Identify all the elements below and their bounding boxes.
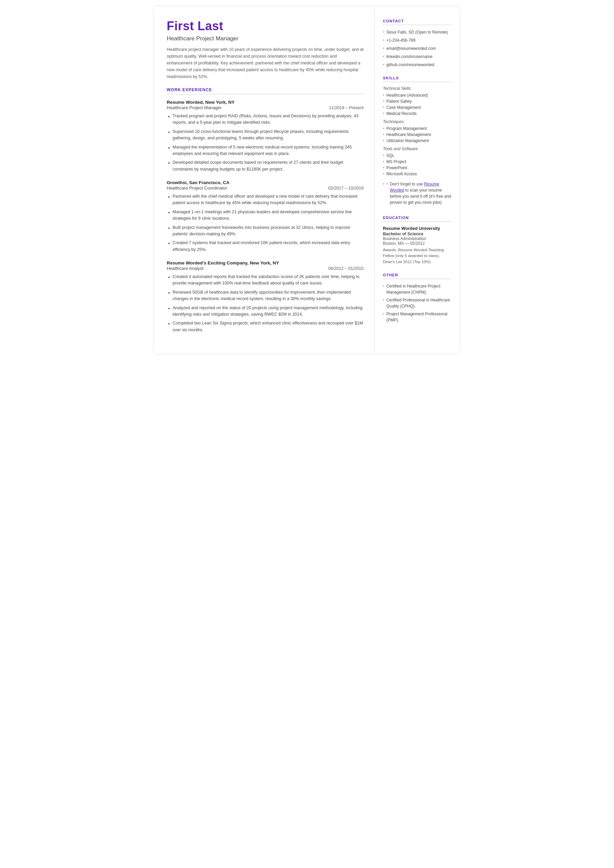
contact-linkedin: linkedin.com/in/username [383, 54, 451, 60]
edu-degree: Bachelor of Science [383, 231, 451, 236]
skill-technical-2: Patient Safety [383, 99, 451, 104]
bullet-3-3: Analyzed and reported on the status of 2… [168, 305, 364, 318]
work-experience-header: WORK EXPERIENCE [167, 87, 364, 94]
job-dates-3: 06/2012 – 01/2015 [328, 266, 364, 271]
skill-tool-3: PowerPoint [383, 165, 451, 170]
skill-technical-1: Healthcare (Advanced) [383, 93, 451, 98]
bullet-3-1: Created 4 automated reports that tracked… [168, 273, 364, 287]
bullet-2-2: Managed 1-on-1 meetings with 21 physicia… [168, 209, 364, 222]
job-block-1: Resume Worded, New York, NY Healthcare P… [167, 100, 364, 172]
job-title-row-1: Healthcare Project Manager 11/2019 – Pre… [167, 105, 364, 110]
job-company-2: Growthsi, San Francisco, CA [167, 180, 364, 185]
candidate-title: Healthcare Project Manager [167, 35, 364, 42]
tools-label: Tools and Software: [383, 146, 451, 151]
skills-header: SKILLS [383, 76, 451, 82]
bullet-2-1: Partnered with the chief medical officer… [168, 193, 364, 207]
skill-technique-1: Program Management [383, 126, 451, 131]
job-title-1: Healthcare Project Manager [167, 105, 222, 110]
job-company-1: Resume Worded, New York, NY [167, 100, 364, 105]
skill-technique-3: Utilization Management [383, 138, 451, 143]
skills-tip: • Don't forget to use Resume Worded to s… [383, 179, 451, 208]
bullet-1-2: Supervised 10 cross-functional teams thr… [168, 129, 364, 142]
contact-section: CONTACT Sioux Falls, SD (Open to Remote)… [383, 19, 451, 68]
other-cert-3: Project Management Professional (PMP). [383, 311, 451, 323]
techniques-label: Techniques: [383, 120, 451, 124]
skill-technical-4: Medical Records [383, 111, 451, 116]
edu-school: Resume Worded University [383, 226, 451, 231]
education-section: EDUCATION Resume Worded University Bache… [383, 216, 451, 265]
bullet-3-4: Completed two Lean Six Sigma projects, w… [168, 320, 364, 333]
other-cert-1: Certified in Healthcare Project Manageme… [383, 283, 451, 295]
resume-page: First Last Healthcare Project Manager He… [155, 7, 459, 353]
job-title-row-3: Healthcare Analyst 06/2012 – 01/2015 [167, 266, 364, 271]
skills-section: SKILLS Technical Skills: Healthcare (Adv… [383, 76, 451, 208]
skill-technique-2: Healthcare Management [383, 132, 451, 137]
job-dates-2: 02/2017 – 10/2019 [328, 186, 364, 191]
bullet-2-3: Built project management frameworks into… [168, 224, 364, 238]
edu-awards: Awards: Resume Worded Teaching Fellow (o… [383, 247, 451, 265]
contact-github: github.com/resumeworded [383, 62, 451, 68]
candidate-name: First Last [167, 19, 364, 33]
edu-date: Boston, MA — 05/2012 [383, 241, 451, 246]
job-bullets-1: Tracked program and project RAID (Risks,… [167, 113, 364, 172]
right-column: CONTACT Sioux Falls, SD (Open to Remote)… [375, 7, 459, 353]
skill-tool-4: Microsoft Access [383, 172, 451, 176]
resume-worded-link[interactable]: Resume Worded [390, 182, 439, 193]
job-title-2: Healthcare Project Coordinator [167, 185, 227, 191]
left-column: First Last Healthcare Project Manager He… [155, 7, 375, 353]
contact-header: CONTACT [383, 19, 451, 25]
job-block-2: Growthsi, San Francisco, CA Healthcare P… [167, 180, 364, 253]
skill-tool-1: SQL [383, 153, 451, 158]
summary-text: Healthcare project manager with 10 years… [167, 46, 364, 80]
job-dates-1: 11/2019 – Present [329, 106, 364, 110]
job-company-3: Resume Worded's Exciting Company, New Yo… [167, 260, 364, 266]
bullet-1-1: Tracked program and project RAID (Risks,… [168, 113, 364, 126]
skill-technical-3: Case Management [383, 105, 451, 110]
contact-email: email@resumeworded.com [383, 45, 451, 51]
skill-tool-2: MS Project [383, 159, 451, 164]
bullet-1-4: Developed detailed scope documents based… [168, 159, 364, 172]
bullet-3-2: Reviewed 50GB of healthcare data to iden… [168, 289, 364, 303]
other-header: OTHER [383, 273, 451, 279]
education-header: EDUCATION [383, 216, 451, 222]
edu-field: Business Administration [383, 236, 451, 241]
job-title-row-2: Healthcare Project Coordinator 02/2017 –… [167, 185, 364, 191]
other-cert-2: Certified Professional in Healthcare Qua… [383, 297, 451, 309]
job-block-3: Resume Worded's Exciting Company, New Yo… [167, 260, 364, 333]
contact-phone: +1-234-456-789 [383, 37, 451, 43]
bullet-1-3: Managed the implementation of 5 new elec… [168, 144, 364, 157]
job-bullets-2: Partnered with the chief medical officer… [167, 193, 364, 253]
contact-location: Sioux Falls, SD (Open to Remote) [383, 29, 451, 35]
job-title-3: Healthcare Analyst [167, 266, 203, 271]
bullet-2-4: Created 7 systems that tracked and monit… [168, 240, 364, 253]
job-bullets-3: Created 4 automated reports that tracked… [167, 273, 364, 333]
other-section: OTHER Certified in Healthcare Project Ma… [383, 273, 451, 323]
technical-skills-label: Technical Skills: [383, 86, 451, 91]
